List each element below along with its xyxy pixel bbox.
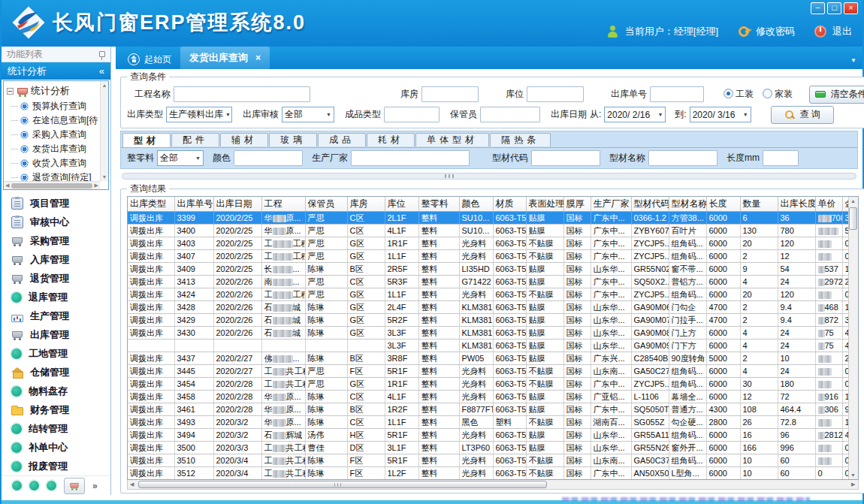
column-header[interactable]: 工程 [261, 197, 305, 211]
column-header[interactable]: 型材代码 [631, 197, 669, 211]
collapse-icon[interactable]: « [99, 65, 104, 77]
date-to-select[interactable]: 2020/ 3/16▼ [690, 107, 751, 122]
keeper-input[interactable] [480, 107, 540, 122]
table-row[interactable]: 调拨出库33992020/2/25华原...严思C区2L1F整料SU10...6… [128, 211, 857, 224]
table-row[interactable]: 调拨出库35122020/3/4工共工程陈琳F区1L2F整料光身料6063-T5… [128, 466, 857, 479]
column-header[interactable]: 库位 [385, 197, 418, 211]
dot-icon[interactable] [29, 481, 39, 490]
sidebar-item[interactable]: 退库管理 [2, 288, 110, 306]
material-tab[interactable]: 成品 [318, 133, 366, 146]
close-button[interactable]: × [844, 2, 858, 14]
table-row[interactable]: 调拨出库34942020/3/2石辉城汤伟H区5R1F整料光身料6063-T5贴… [128, 428, 857, 441]
material-tab[interactable]: 耗材 [367, 133, 415, 146]
radio-gongzhuang[interactable]: 工装 [724, 88, 754, 101]
sidebar-item[interactable]: 出库管理 [2, 325, 110, 344]
horizontal-scrollbar-thumb[interactable] [138, 481, 547, 488]
column-header[interactable]: 整零料 [418, 197, 459, 211]
material-tab[interactable]: 辅材 [220, 133, 268, 146]
minimize-button[interactable]: − [811, 2, 825, 14]
tab-close-icon[interactable]: × [255, 53, 261, 63]
tree-item[interactable]: 预算执行查询 [11, 99, 108, 113]
tab-overflow-icon[interactable]: ▼ [850, 57, 856, 64]
table-row[interactable]: 调拨出库34132020/2/26南...严思C区5R3F整料G71422606… [128, 275, 857, 288]
material-tab[interactable]: 单体型材 [415, 133, 489, 146]
table-row[interactable]: 调拨出库34932020/3/2华原...陈琳C区1L1F整料黑色塑料不贴膜国标… [128, 415, 857, 428]
dot-icon[interactable] [47, 481, 56, 490]
sidebar-item[interactable]: 退货管理 [2, 269, 110, 288]
tree-item[interactable]: 发货出库查询 [11, 142, 108, 156]
project-name-input[interactable] [174, 86, 310, 102]
scroll-right-icon[interactable]: ▶ [95, 183, 98, 189]
product-type-input[interactable] [384, 107, 440, 122]
sidebar-item[interactable]: 项目管理 [2, 194, 110, 213]
column-header[interactable]: 生产厂家 [591, 197, 631, 211]
tab-shipment-query[interactable]: 发货出库查询 × [180, 47, 270, 69]
material-tab[interactable]: 隔热条 [490, 133, 551, 146]
tree-item[interactable]: 收货入库查询 [11, 156, 108, 171]
tree-item[interactable]: 在途信息查询[待 [11, 113, 108, 128]
sidebar-item[interactable]: 财务管理 [2, 400, 110, 419]
material-tab[interactable]: 玻璃 [269, 133, 317, 146]
scrollbar-thumb[interactable] [11, 183, 92, 189]
sidebar-item[interactable]: 工地管理 [2, 344, 110, 363]
tree-horizontal-scrollbar[interactable]: ◀▶ [4, 181, 100, 189]
sidebar-item[interactable]: 生产管理 [2, 306, 110, 325]
audit-select[interactable]: 全部▼ [282, 107, 334, 122]
scroll-up-icon[interactable]: ▲ [102, 83, 107, 88]
column-header[interactable]: 库房 [347, 197, 385, 211]
radio-jiazhuang[interactable]: 家装 [763, 88, 793, 101]
scroll-left-icon[interactable]: ◀ [5, 183, 9, 189]
table-row[interactable]: 调拨出库34002020/2/25华原...严思C区4L1F整料SU10...6… [128, 224, 857, 237]
scroll-down-icon[interactable]: ▼ [102, 174, 107, 180]
sidebar-item[interactable]: 补单中心 [2, 438, 110, 457]
table-row[interactable]: 调拨出库34542020/2/28工共工程严思G区1R1F整料光身料6063-T… [128, 377, 857, 390]
pin-icon[interactable] [99, 51, 105, 57]
table-row[interactable]: 调拨出库34582020/2/28华原...陈琳C区4L1F整料光身料6063-… [128, 390, 857, 403]
whole-part-select[interactable]: 全部▼ [157, 150, 204, 166]
table-row[interactable]: 调拨出库34372020/2/27佛...陈琳B区3R8F整料PW056063-… [128, 352, 857, 364]
scroll-left-icon[interactable]: ◀ [130, 481, 134, 487]
table-row[interactable]: 调拨出库34072020/2/25工工程严思G区1L1F整料光身料6063-T5… [128, 249, 857, 262]
menu-overflow-button[interactable]: » [92, 481, 98, 491]
column-header[interactable]: 数量 [740, 197, 778, 211]
column-header[interactable]: 出库长度 [778, 197, 815, 211]
out-type-select[interactable]: 生产领料出库▼ [166, 107, 232, 122]
column-header[interactable]: 单价 [815, 197, 842, 211]
cart-toolbar-button[interactable] [64, 478, 85, 494]
table-row[interactable]: 3L3F整料KLM38176063-T5贴膜国标山东华...GA90M09.门下… [128, 339, 857, 352]
material-tab[interactable]: 型材 [122, 133, 171, 147]
order-no-input[interactable] [650, 86, 704, 102]
column-header[interactable]: 保管员 [305, 197, 347, 211]
logout-button[interactable]: 退出 [832, 25, 852, 38]
search-button[interactable]: 查 询 [771, 106, 834, 124]
tree-vertical-scrollbar[interactable]: ▲▼ [100, 81, 108, 181]
table-row[interactable]: 调拨出库34092020/2/25长...陈琳B区2R5F整料LI35HD606… [128, 262, 857, 275]
sidebar-item[interactable]: 审核中心 [2, 213, 110, 231]
sidebar-item[interactable]: 采购管理 [2, 231, 110, 250]
profile-code-input[interactable] [531, 150, 600, 166]
clear-conditions-button[interactable]: 清空条件 [809, 86, 864, 104]
table-row[interactable]: 调拨出库34242020/2/26工工程严思G区1L1F整料光身料6063-T5… [128, 288, 857, 300]
change-password-button[interactable]: 修改密码 [756, 25, 795, 38]
length-input[interactable] [763, 150, 799, 166]
sidebar-item[interactable]: 报废管理 [2, 457, 110, 475]
scrollbar-grip[interactable] [445, 174, 455, 178]
maximize-button[interactable]: □ [827, 2, 841, 14]
panel-scrollbar[interactable] [122, 173, 856, 180]
scroll-up-icon[interactable]: ▲ [850, 198, 856, 204]
vertical-scrollbar-thumb[interactable] [849, 207, 857, 230]
warehouse-input[interactable] [421, 86, 479, 102]
profile-name-input[interactable] [648, 150, 717, 166]
sidebar-item[interactable]: 结转管理 [2, 419, 110, 438]
tree-item[interactable]: 采购入库查询 [11, 128, 108, 142]
table-row[interactable]: 调拨出库34452020/2/27工共工程严思F区5R1F整料光身料6063-T… [128, 364, 857, 377]
table-row[interactable]: 调拨出库34292020/2/26石城陈琳G区5R2F整料KLM38176063… [128, 313, 857, 326]
table-horizontal-scrollbar[interactable]: ◀▶ [127, 480, 859, 490]
table-row[interactable]: 调拨出库35002020/3/3工共工程曹佳D区3L1F整料LT3P606063… [128, 441, 857, 454]
table-row[interactable]: 调拨出库35102020/3/4工共工程陈琳F区5R1F整料光身料6063-T5… [128, 454, 857, 466]
sidebar-item[interactable]: 仓储管理 [2, 363, 110, 382]
column-header[interactable]: 材质 [493, 197, 526, 211]
column-header[interactable]: 出库日期 [213, 197, 261, 211]
scroll-down-icon[interactable]: ▼ [850, 472, 856, 478]
maker-input[interactable] [351, 150, 470, 166]
